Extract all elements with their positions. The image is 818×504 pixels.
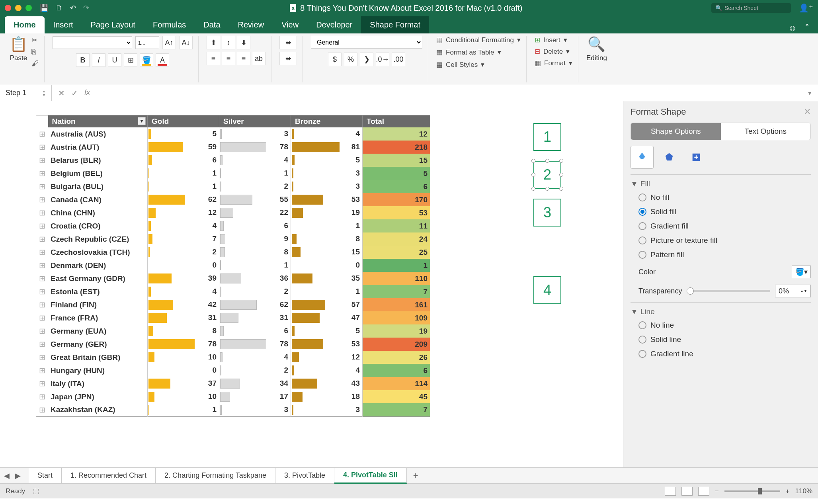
nation-cell[interactable]: Czech Republic (CZE) [48, 232, 148, 246]
merge-cells-icon[interactable]: ⬌ [279, 36, 297, 49]
nation-cell[interactable]: Australia (AUS) [48, 127, 148, 141]
tab-view[interactable]: View [273, 16, 307, 33]
size-tab-icon[interactable] [685, 146, 708, 169]
table-row[interactable]: ⊞ China (CHN) 12 22 19 53 [36, 206, 430, 219]
bronze-cell[interactable]: 5 [291, 154, 363, 167]
gold-cell[interactable]: 31 [148, 311, 219, 324]
line-section-header[interactable]: ▼ Line [631, 307, 811, 316]
text-options-tab[interactable]: Text Options [721, 123, 811, 140]
delete-cells-button[interactable]: ⊟Delete ▾ [535, 47, 572, 56]
nation-cell[interactable]: France (FRA) [48, 311, 148, 324]
prev-sheet-icon[interactable]: ◀ [4, 471, 10, 480]
silver-cell[interactable]: 9 [219, 232, 291, 246]
silver-cell[interactable]: 4 [219, 154, 291, 167]
nation-cell[interactable]: Japan (JPN) [48, 390, 148, 403]
name-box[interactable]: Step 1 ▲▼ [0, 85, 52, 101]
increase-font-icon[interactable]: A↑ [162, 36, 176, 49]
page-layout-view-icon[interactable] [681, 487, 693, 496]
fx-icon[interactable]: fx [84, 88, 90, 98]
comma-icon[interactable]: ❯ [360, 53, 373, 66]
total-cell[interactable]: 45 [363, 390, 430, 403]
save-icon[interactable]: 💾 [40, 4, 49, 12]
expand-icon[interactable]: ⊞ [36, 246, 48, 259]
gold-cell[interactable]: 0 [148, 364, 219, 377]
worksheet-area[interactable]: Nation▼ Gold Silver Bronze Total ⊞ Austr… [0, 101, 623, 467]
tab-data[interactable]: Data [195, 16, 229, 33]
gold-cell[interactable]: 4 [148, 285, 219, 298]
total-cell[interactable]: 218 [363, 141, 430, 154]
table-row[interactable]: ⊞ Croatia (CRO) 4 6 1 11 [36, 219, 430, 232]
table-row[interactable]: ⊞ East Germany (GDR) 39 36 35 110 [36, 272, 430, 285]
expand-icon[interactable]: ⊞ [36, 193, 48, 206]
cut-icon[interactable]: ✂ [31, 36, 39, 45]
silver-cell[interactable]: 1 [219, 259, 291, 272]
bronze-cell[interactable]: 8 [291, 232, 363, 246]
decrease-font-icon[interactable]: A↓ [179, 36, 193, 49]
gradient-fill-radio[interactable]: Gradient fill [638, 222, 811, 231]
table-row[interactable]: ⊞ France (FRA) 31 31 47 109 [36, 311, 430, 324]
redo-icon[interactable]: ↷ [83, 4, 89, 12]
bronze-cell[interactable]: 35 [291, 272, 363, 285]
fill-section-header[interactable]: ▼ Fill [631, 180, 811, 188]
header-gold[interactable]: Gold [148, 115, 219, 128]
bronze-cell[interactable]: 1 [291, 219, 363, 232]
increase-decimal-icon[interactable]: .0→ [376, 53, 389, 66]
number-format-select[interactable]: General [311, 36, 422, 49]
table-row[interactable]: ⊞ Denmark (DEN) 0 1 0 1 [36, 259, 430, 272]
page-break-view-icon[interactable] [698, 487, 709, 496]
nation-cell[interactable]: Croatia (CRO) [48, 219, 148, 232]
expand-icon[interactable]: ⊞ [36, 219, 48, 232]
formula-input[interactable] [96, 90, 801, 97]
align-center-icon[interactable]: ≡ [222, 52, 235, 65]
sheet-tab-chart[interactable]: 1. Recommended Chart [62, 468, 156, 483]
table-row[interactable]: ⊞ Finland (FIN) 42 62 57 161 [36, 298, 430, 311]
font-name-select[interactable] [53, 36, 132, 49]
search-box[interactable]: 🔍 Search Sheet [711, 3, 791, 13]
silver-cell[interactable]: 8 [219, 246, 291, 259]
expand-icon[interactable]: ⊞ [36, 285, 48, 298]
bronze-cell[interactable]: 81 [291, 141, 363, 154]
gold-cell[interactable]: 8 [148, 324, 219, 338]
pattern-fill-radio[interactable]: Pattern fill [638, 250, 811, 259]
close-pane-icon[interactable]: ✕ [804, 107, 811, 117]
bronze-cell[interactable]: 3 [291, 180, 363, 193]
fill-line-tab-icon[interactable] [631, 146, 654, 169]
tab-review[interactable]: Review [229, 16, 273, 33]
gold-cell[interactable]: 2 [148, 246, 219, 259]
bronze-cell[interactable]: 5 [291, 324, 363, 338]
nation-cell[interactable]: Italy (ITA) [48, 377, 148, 390]
filter-dropdown-icon[interactable]: ▼ [138, 117, 146, 125]
total-cell[interactable]: 6 [363, 364, 430, 377]
gold-cell[interactable]: 78 [148, 338, 219, 351]
gold-cell[interactable]: 5 [148, 127, 219, 141]
total-cell[interactable]: 12 [363, 127, 430, 141]
tab-insert[interactable]: Insert [45, 16, 82, 33]
table-row[interactable]: ⊞ Belarus (BLR) 6 4 5 15 [36, 154, 430, 167]
table-row[interactable]: ⊞ Czech Republic (CZE) 7 9 8 24 [36, 232, 430, 246]
gold-cell[interactable]: 1 [148, 167, 219, 180]
total-cell[interactable]: 24 [363, 232, 430, 246]
tab-developer[interactable]: Developer [307, 16, 361, 33]
header-bronze[interactable]: Bronze [291, 115, 363, 128]
sheet-tab-pivot[interactable]: 3. PivotTable [275, 468, 334, 483]
expand-icon[interactable]: ⊞ [36, 232, 48, 246]
insert-cells-button[interactable]: ⊞Insert ▾ [535, 36, 572, 44]
table-row[interactable]: ⊞ Estonia (EST) 4 2 1 7 [36, 285, 430, 298]
bronze-cell[interactable]: 4 [291, 127, 363, 141]
silver-cell[interactable]: 6 [219, 219, 291, 232]
sheet-tab-taskpane[interactable]: 2. Charting Formating Taskpane [156, 468, 275, 483]
table-row[interactable]: ⊞ Germany (EUA) 8 6 5 19 [36, 324, 430, 338]
tab-shape-format[interactable]: Shape Format [361, 16, 429, 33]
gold-cell[interactable]: 62 [148, 193, 219, 206]
table-row[interactable]: ⊞ Japan (JPN) 10 17 18 45 [36, 390, 430, 403]
format-cells-button[interactable]: ▦Format ▾ [535, 59, 572, 67]
align-left-icon[interactable]: ≡ [207, 52, 220, 65]
expand-icon[interactable]: ⊞ [36, 154, 48, 167]
nation-cell[interactable]: Hungary (HUN) [48, 364, 148, 377]
zoom-level[interactable]: 110% [795, 487, 812, 495]
bronze-cell[interactable]: 4 [291, 364, 363, 377]
normal-view-icon[interactable] [665, 487, 676, 496]
header-total[interactable]: Total [363, 115, 430, 128]
expand-icon[interactable]: ⊞ [36, 377, 48, 390]
minimize-window-icon[interactable] [15, 5, 21, 11]
